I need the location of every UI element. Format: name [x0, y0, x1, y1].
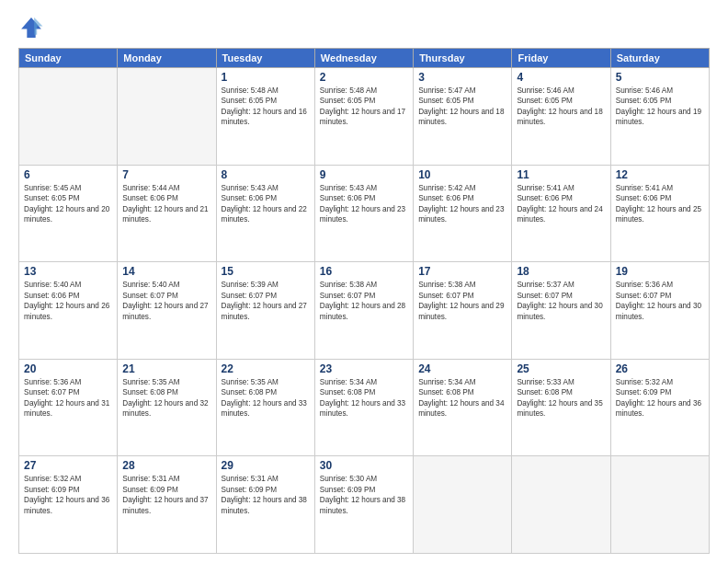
day-info: Sunrise: 5:32 AM Sunset: 6:09 PM Dayligh…	[24, 474, 112, 516]
day-info: Sunrise: 5:41 AM Sunset: 6:06 PM Dayligh…	[517, 183, 605, 225]
day-info: Sunrise: 5:38 AM Sunset: 6:07 PM Dayligh…	[320, 280, 408, 322]
calendar-day-cell: 3Sunrise: 5:47 AM Sunset: 6:05 PM Daylig…	[414, 68, 512, 166]
day-number: 28	[122, 459, 210, 472]
day-number: 20	[24, 362, 112, 375]
calendar-day-cell: 16Sunrise: 5:38 AM Sunset: 6:07 PM Dayli…	[314, 262, 413, 360]
calendar-day-cell: 20Sunrise: 5:36 AM Sunset: 6:07 PM Dayli…	[19, 359, 118, 456]
calendar-day-cell	[118, 68, 216, 166]
day-info: Sunrise: 5:38 AM Sunset: 6:07 PM Dayligh…	[418, 280, 506, 322]
calendar-table: SundayMondayTuesdayWednesdayThursdayFrid…	[18, 48, 710, 554]
day-number: 8	[222, 168, 310, 181]
day-number: 7	[122, 168, 210, 181]
day-info: Sunrise: 5:45 AM Sunset: 6:05 PM Dayligh…	[24, 183, 112, 225]
day-info: Sunrise: 5:46 AM Sunset: 6:05 PM Dayligh…	[517, 86, 605, 128]
calendar-day-cell: 28Sunrise: 5:31 AM Sunset: 6:09 PM Dayli…	[118, 456, 216, 554]
day-number: 27	[24, 459, 112, 472]
day-info: Sunrise: 5:39 AM Sunset: 6:07 PM Dayligh…	[222, 280, 310, 322]
calendar-day-cell	[610, 456, 709, 554]
weekday-header: Thursday	[414, 49, 512, 68]
calendar-day-cell: 9Sunrise: 5:43 AM Sunset: 6:06 PM Daylig…	[314, 165, 413, 262]
day-number: 13	[24, 265, 112, 278]
calendar-day-cell: 1Sunrise: 5:48 AM Sunset: 6:05 PM Daylig…	[216, 68, 314, 166]
day-info: Sunrise: 5:40 AM Sunset: 6:07 PM Dayligh…	[122, 280, 210, 322]
day-info: Sunrise: 5:41 AM Sunset: 6:06 PM Dayligh…	[616, 183, 704, 225]
calendar-week-row: 6Sunrise: 5:45 AM Sunset: 6:05 PM Daylig…	[19, 165, 710, 262]
day-info: Sunrise: 5:31 AM Sunset: 6:09 PM Dayligh…	[122, 474, 210, 516]
day-number: 17	[418, 265, 506, 278]
calendar-day-cell: 25Sunrise: 5:33 AM Sunset: 6:08 PM Dayli…	[512, 359, 610, 456]
calendar-day-cell: 4Sunrise: 5:46 AM Sunset: 6:05 PM Daylig…	[512, 68, 610, 166]
day-number: 25	[517, 362, 605, 375]
calendar-day-cell: 8Sunrise: 5:43 AM Sunset: 6:06 PM Daylig…	[216, 165, 314, 262]
calendar-day-cell: 2Sunrise: 5:48 AM Sunset: 6:05 PM Daylig…	[314, 68, 413, 166]
day-number: 2	[320, 71, 408, 84]
day-number: 5	[616, 71, 704, 84]
calendar-body: 1Sunrise: 5:48 AM Sunset: 6:05 PM Daylig…	[19, 68, 710, 554]
svg-marker-1	[34, 17, 42, 35]
calendar-day-cell: 7Sunrise: 5:44 AM Sunset: 6:06 PM Daylig…	[118, 165, 216, 262]
weekday-header: Saturday	[610, 49, 709, 68]
day-info: Sunrise: 5:43 AM Sunset: 6:06 PM Dayligh…	[320, 183, 408, 225]
calendar-day-cell: 29Sunrise: 5:31 AM Sunset: 6:09 PM Dayli…	[216, 456, 314, 554]
day-number: 6	[24, 168, 112, 181]
day-info: Sunrise: 5:47 AM Sunset: 6:05 PM Dayligh…	[418, 86, 506, 128]
calendar-day-cell: 12Sunrise: 5:41 AM Sunset: 6:06 PM Dayli…	[610, 165, 709, 262]
day-number: 23	[320, 362, 408, 375]
day-info: Sunrise: 5:35 AM Sunset: 6:08 PM Dayligh…	[222, 377, 310, 419]
calendar-day-cell	[19, 68, 118, 166]
day-number: 11	[517, 168, 605, 181]
logo-icon	[18, 15, 44, 40]
day-number: 26	[616, 362, 704, 375]
calendar-day-cell: 10Sunrise: 5:42 AM Sunset: 6:06 PM Dayli…	[414, 165, 512, 262]
weekday-header: Sunday	[19, 49, 118, 68]
calendar-day-cell	[512, 456, 610, 554]
calendar-week-row: 27Sunrise: 5:32 AM Sunset: 6:09 PM Dayli…	[19, 456, 710, 554]
day-info: Sunrise: 5:32 AM Sunset: 6:09 PM Dayligh…	[616, 377, 704, 419]
weekday-header: Wednesday	[314, 49, 413, 68]
day-number: 18	[517, 265, 605, 278]
day-number: 4	[517, 71, 605, 84]
day-number: 24	[418, 362, 506, 375]
day-info: Sunrise: 5:35 AM Sunset: 6:08 PM Dayligh…	[122, 377, 210, 419]
day-info: Sunrise: 5:34 AM Sunset: 6:08 PM Dayligh…	[320, 377, 408, 419]
calendar-day-cell: 22Sunrise: 5:35 AM Sunset: 6:08 PM Dayli…	[216, 359, 314, 456]
calendar-day-cell: 17Sunrise: 5:38 AM Sunset: 6:07 PM Dayli…	[414, 262, 512, 360]
day-info: Sunrise: 5:36 AM Sunset: 6:07 PM Dayligh…	[616, 280, 704, 322]
calendar-day-cell: 21Sunrise: 5:35 AM Sunset: 6:08 PM Dayli…	[118, 359, 216, 456]
day-info: Sunrise: 5:40 AM Sunset: 6:06 PM Dayligh…	[24, 280, 112, 322]
day-info: Sunrise: 5:46 AM Sunset: 6:05 PM Dayligh…	[616, 86, 704, 128]
day-number: 15	[222, 265, 310, 278]
day-number: 3	[418, 71, 506, 84]
day-number: 21	[122, 362, 210, 375]
calendar-day-cell: 24Sunrise: 5:34 AM Sunset: 6:08 PM Dayli…	[414, 359, 512, 456]
calendar-day-cell: 27Sunrise: 5:32 AM Sunset: 6:09 PM Dayli…	[19, 456, 118, 554]
weekday-header: Friday	[512, 49, 610, 68]
calendar-day-cell: 11Sunrise: 5:41 AM Sunset: 6:06 PM Dayli…	[512, 165, 610, 262]
day-info: Sunrise: 5:43 AM Sunset: 6:06 PM Dayligh…	[222, 183, 310, 225]
logo	[18, 15, 48, 40]
day-number: 1	[222, 71, 310, 84]
day-number: 16	[320, 265, 408, 278]
day-info: Sunrise: 5:34 AM Sunset: 6:08 PM Dayligh…	[418, 377, 506, 419]
calendar-day-cell: 14Sunrise: 5:40 AM Sunset: 6:07 PM Dayli…	[118, 262, 216, 360]
day-info: Sunrise: 5:31 AM Sunset: 6:09 PM Dayligh…	[222, 474, 310, 516]
day-info: Sunrise: 5:30 AM Sunset: 6:09 PM Dayligh…	[320, 474, 408, 516]
day-number: 22	[222, 362, 310, 375]
weekday-header: Tuesday	[216, 49, 314, 68]
weekday-header: Monday	[118, 49, 216, 68]
day-info: Sunrise: 5:33 AM Sunset: 6:08 PM Dayligh…	[517, 377, 605, 419]
calendar-day-cell: 13Sunrise: 5:40 AM Sunset: 6:06 PM Dayli…	[19, 262, 118, 360]
calendar-day-cell: 30Sunrise: 5:30 AM Sunset: 6:09 PM Dayli…	[314, 456, 413, 554]
day-number: 12	[616, 168, 704, 181]
day-info: Sunrise: 5:48 AM Sunset: 6:05 PM Dayligh…	[320, 86, 408, 128]
calendar-day-cell	[414, 456, 512, 554]
day-number: 29	[222, 459, 310, 472]
day-number: 14	[122, 265, 210, 278]
calendar-day-cell: 18Sunrise: 5:37 AM Sunset: 6:07 PM Dayli…	[512, 262, 610, 360]
calendar-week-row: 1Sunrise: 5:48 AM Sunset: 6:05 PM Daylig…	[19, 68, 710, 166]
day-info: Sunrise: 5:37 AM Sunset: 6:07 PM Dayligh…	[517, 280, 605, 322]
day-number: 9	[320, 168, 408, 181]
page: SundayMondayTuesdayWednesdayThursdayFrid…	[0, 0, 728, 563]
calendar-day-cell: 23Sunrise: 5:34 AM Sunset: 6:08 PM Dayli…	[314, 359, 413, 456]
calendar-day-cell: 26Sunrise: 5:32 AM Sunset: 6:09 PM Dayli…	[610, 359, 709, 456]
